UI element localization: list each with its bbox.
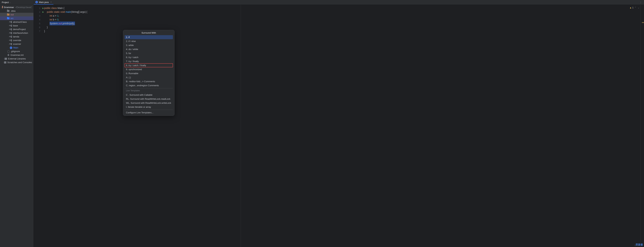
- chevron-right-icon: ›: [7, 43, 10, 45]
- chevron-right-icon: ›: [7, 32, 10, 34]
- scratches-icon: [4, 61, 6, 63]
- more-icon: ⋮: [640, 1, 642, 4]
- popup-title: Surround With: [123, 30, 174, 35]
- code-line: int b = 0;: [44, 18, 640, 21]
- popup-item-do-while[interactable]: 4. do / while: [124, 47, 173, 51]
- popup-item-configure[interactable]: Configure Live Templates...: [124, 111, 173, 115]
- folder-icon: [7, 10, 10, 12]
- inspection-badge[interactable]: ▲ 1 ⌃ ⌄: [630, 6, 640, 9]
- code-editor[interactable]: 1▶ 2▶ 3 4 5 6 7 public class Main { publ…: [34, 5, 644, 247]
- project-tool-header[interactable]: Project ⌄: [0, 0, 34, 4]
- chevron-right-icon: ›: [7, 39, 10, 41]
- line-number: 3: [39, 14, 40, 17]
- tree-item-pkg[interactable]: ›scanner: [0, 42, 34, 46]
- chevron-right-icon: ›: [7, 36, 10, 38]
- folder-icon: [7, 14, 10, 15]
- chevron-down-icon: ⌄: [10, 1, 11, 3]
- separator: [124, 110, 173, 110]
- tree-item-src[interactable]: ⌄ src: [0, 16, 34, 20]
- popup-item-runnable[interactable]: 0. Runnable: [124, 71, 173, 75]
- chevron-right-icon: ›: [7, 25, 10, 26]
- tree-item-gitignore[interactable]: .gitignore: [0, 49, 34, 53]
- line-gutter: 1▶ 2▶ 3 4 5 6 7: [34, 5, 42, 247]
- popup-item-try-catch[interactable]: 6. try / catch: [124, 55, 173, 59]
- popup-item-writelock[interactable]: WL. Surround with ReadWriteLock.writeLoc…: [124, 101, 173, 105]
- chevron-right-icon: ›: [2, 62, 4, 63]
- chevron-down-icon: ⌄: [5, 17, 7, 19]
- tree-item-idea[interactable]: › .idea: [0, 9, 34, 13]
- error-stripe[interactable]: [640, 5, 644, 247]
- popup-item-readlock[interactable]: RL. Surround with ReadWriteLock.readLock: [124, 97, 173, 101]
- tree-item-main[interactable]: CMain: [0, 46, 34, 49]
- package-icon: [10, 21, 12, 23]
- package-icon: [10, 25, 12, 27]
- popup-list: 1. if 2. if / else 3. while 4. do / whil…: [123, 35, 174, 116]
- popup-section-live: Live Templates: [124, 89, 173, 93]
- popup-item-iterate[interactable]: I. Iterate Iterable or array: [124, 105, 173, 109]
- warning-marker[interactable]: [642, 22, 644, 23]
- popup-item-if[interactable]: 1. if: [124, 35, 173, 39]
- tree-item-pkg[interactable]: ›lamda: [0, 35, 34, 38]
- popup-item-editor-fold[interactable]: B. <editor-fold...> Comments: [124, 79, 173, 83]
- tab-filename: Main.java: [39, 1, 49, 3]
- popup-item-synchronized[interactable]: 9. synchronized: [124, 67, 173, 71]
- line-number: 5: [39, 22, 40, 25]
- tree-item-pkg[interactable]: ›abstractClass: [0, 20, 34, 24]
- package-icon: [10, 28, 12, 30]
- line-number: 6: [39, 26, 40, 29]
- tree-item-pkg[interactable]: ›interfaceAction: [0, 31, 34, 35]
- chevron-right-icon: ›: [7, 28, 10, 30]
- code-line: public class Main {: [44, 6, 640, 10]
- chevron-down-icon: ⌄: [1, 6, 2, 8]
- code-line: }: [44, 25, 640, 29]
- package-icon: [10, 39, 12, 41]
- editor-tab-main[interactable]: C Main.java ×: [34, 0, 54, 4]
- tree-item-iml[interactable]: Grammar.iml: [0, 53, 34, 57]
- close-icon[interactable]: ×: [50, 1, 52, 3]
- run-icon[interactable]: ▶: [42, 11, 44, 13]
- tree-item-out[interactable]: › out: [0, 13, 34, 16]
- line-number: 7: [39, 30, 40, 32]
- chevron-right-icon: ›: [7, 21, 10, 23]
- popup-item-region[interactable]: C. region...endregion Comments: [124, 83, 173, 87]
- library-icon: [4, 58, 7, 60]
- popup-item-while[interactable]: 3. while: [124, 43, 173, 47]
- surround-with-popup: Surround With 1. if 2. if / else 3. whil…: [123, 30, 174, 116]
- prev-highlight-icon[interactable]: ⌃: [634, 6, 636, 9]
- root-name: Grammar: [4, 6, 14, 8]
- popup-item-if-else[interactable]: 2. if / else: [124, 39, 173, 43]
- code-line: public static void main(String[] args) {: [44, 10, 640, 14]
- popup-item-try-catch-finally[interactable]: 8. try / catch / finally: [124, 63, 173, 67]
- project-sidebar: ⌄ Grammar ~/Desktop/JavaC › .idea › out …: [0, 5, 34, 247]
- gitignore-icon: [7, 50, 10, 52]
- package-icon: [10, 36, 12, 38]
- chevron-right-icon: ›: [5, 10, 7, 12]
- run-icon[interactable]: ▶: [42, 7, 44, 9]
- tree-root[interactable]: ⌄ Grammar ~/Desktop/JavaC: [0, 5, 34, 9]
- tree-item-pkg[interactable]: ›override: [0, 38, 34, 42]
- popup-item-braces[interactable]: A. { }: [124, 75, 173, 79]
- chevron-right-icon: ›: [5, 14, 7, 15]
- tree-item-pkg[interactable]: ›demoProject: [0, 27, 34, 31]
- iml-icon: [7, 54, 10, 56]
- next-highlight-icon[interactable]: ⌄: [638, 6, 640, 9]
- popup-item-try-finally[interactable]: 7. try / finally: [124, 59, 173, 63]
- code-line: int a = 1;: [44, 14, 640, 18]
- package-icon: [10, 32, 12, 34]
- line-number: 2: [39, 11, 40, 13]
- java-class-icon: C: [10, 46, 12, 49]
- tree-item-pkg[interactable]: ›base: [0, 24, 34, 27]
- code-line: System.out.println(a/b);: [44, 21, 640, 25]
- line-number: 1: [39, 7, 40, 9]
- project-label: Project: [2, 1, 9, 4]
- tabs-overflow[interactable]: ⋮: [638, 0, 644, 4]
- source-folder-icon: [7, 17, 10, 19]
- popup-item-for[interactable]: 5. for: [124, 51, 173, 55]
- tree-item-ext-libs[interactable]: ›External Libraries: [0, 57, 34, 60]
- popup-item-callable[interactable]: C . Surround with Callable: [124, 93, 173, 97]
- editor-split-line: [241, 5, 241, 247]
- root-path: ~/Desktop/JavaC: [15, 6, 32, 8]
- tree-item-scratches[interactable]: ›Scratches and Consoles: [0, 60, 34, 64]
- package-icon: [10, 43, 12, 45]
- chevron-right-icon: ›: [2, 58, 4, 60]
